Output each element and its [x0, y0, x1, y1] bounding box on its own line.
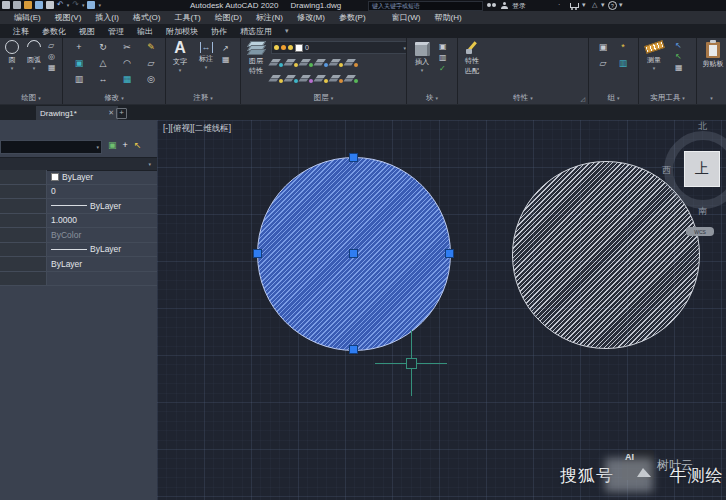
save-icon[interactable] — [2, 1, 10, 9]
layer-tool-icon[interactable] — [286, 58, 297, 66]
grip-west[interactable] — [253, 249, 262, 258]
attribute-check-icon[interactable]: ✓ — [439, 64, 447, 73]
viewcube[interactable]: 北 西 南 上 WCS — [662, 120, 726, 245]
paste-button[interactable]: 剪贴板 — [701, 42, 725, 69]
copy-icon[interactable]: ▣ — [67, 56, 91, 72]
select-all-icon[interactable]: ↖ — [675, 52, 683, 61]
quick-select-icon[interactable]: ↖ — [134, 140, 142, 150]
property-row-color[interactable]: ByLayer — [0, 170, 157, 185]
layer-tool-icon[interactable] — [271, 74, 282, 82]
ungroup-icon[interactable]: ▱ — [593, 56, 613, 72]
layer-tool-icon[interactable] — [346, 74, 357, 82]
viewport-controls[interactable]: [-][俯视][二维线框] — [163, 123, 231, 135]
layer-tool-icon[interactable] — [331, 74, 342, 82]
move-icon[interactable]: + — [67, 40, 91, 56]
qat-dropdown-icon[interactable]: ▾ — [98, 2, 101, 8]
menu-item-insert[interactable]: 插入(I) — [95, 12, 119, 23]
select-objects-icon[interactable]: + — [123, 140, 128, 150]
property-row-layer[interactable]: 0 — [0, 185, 157, 200]
search-binoculars-icon[interactable] — [487, 3, 491, 7]
tab-close-icon[interactable]: ✕ — [108, 109, 114, 117]
help-icon[interactable]: ? — [608, 1, 617, 10]
property-row-transparency[interactable]: ByLayer — [0, 257, 157, 272]
layer-select-combo[interactable]: 0 ▾ — [271, 41, 409, 54]
object-type-select[interactable]: ▾ — [0, 140, 102, 154]
panel-label-clipboard[interactable]: ▾ — [697, 92, 726, 104]
ribbon-options-icon[interactable]: ▾ — [285, 27, 289, 35]
property-row-lineweight[interactable]: ByLayer — [0, 243, 157, 258]
menu-item-window[interactable]: 窗口(W) — [392, 12, 421, 23]
redo-dropdown-icon[interactable]: ▾ — [82, 2, 85, 8]
layer-properties-button[interactable]: 图层 特性 — [243, 41, 269, 76]
viewcube-north[interactable]: 北 — [698, 120, 707, 133]
circle-button[interactable]: 圆 ▾ — [0, 40, 24, 71]
menu-item-modify[interactable]: 修改(M) — [297, 12, 325, 23]
mirror-icon[interactable]: △ — [91, 56, 115, 72]
alert-dropdown-icon[interactable]: ▾ — [601, 1, 605, 9]
open-folder-icon[interactable] — [24, 1, 32, 9]
create-block-icon[interactable]: ▣ — [439, 42, 447, 51]
table-icon[interactable]: ▦ — [222, 55, 230, 64]
drawing-tab[interactable]: Drawing1* ✕ — [36, 106, 118, 120]
undo-dropdown-icon[interactable]: ▾ — [67, 2, 70, 8]
trim-icon[interactable]: ✂ — [115, 40, 139, 56]
layer-tool-icon[interactable] — [316, 58, 327, 66]
offset-icon[interactable]: ◎ — [139, 72, 163, 88]
new-tab-button[interactable]: + — [116, 108, 127, 119]
menu-item-format[interactable]: 格式(O) — [133, 12, 161, 23]
layer-tool-icon[interactable] — [301, 74, 312, 82]
group-icon[interactable]: ▣ — [593, 40, 613, 56]
save-as-icon[interactable] — [13, 1, 21, 9]
menu-item-tools[interactable]: 工具(T) — [174, 12, 200, 23]
panel-label-layers[interactable]: 图层 ▾ — [241, 92, 406, 104]
property-row-linetype[interactable]: ByLayer — [0, 199, 157, 214]
erase-icon[interactable]: ✎ — [139, 40, 163, 56]
tab-output[interactable]: 输出 — [137, 26, 153, 37]
viewcube-top-face[interactable]: 上 — [684, 151, 720, 187]
menu-item-draw[interactable]: 绘图(D) — [215, 12, 242, 23]
layer-tool-icon[interactable] — [346, 58, 357, 66]
grip-east[interactable] — [445, 249, 454, 258]
calculator-icon[interactable]: ▦ — [675, 63, 683, 72]
layer-tool-icon[interactable] — [286, 74, 297, 82]
group-star-icon[interactable]: * — [613, 40, 633, 56]
panel-label-group[interactable]: 组 ▾ — [589, 92, 638, 104]
leader-icon[interactable]: ↗ — [222, 44, 230, 53]
panel-label-annotate[interactable]: 注释 ▾ — [166, 92, 240, 104]
insert-block-button[interactable]: 插入 ▾ — [410, 42, 434, 73]
menu-item-parametric[interactable]: 参数(P) — [339, 12, 366, 23]
menu-item-dimension[interactable]: 标注(N) — [256, 12, 283, 23]
layer-tool-icon[interactable] — [271, 58, 282, 66]
property-row-linetype-scale[interactable]: 1.0000 — [0, 214, 157, 229]
rotate-icon[interactable]: ↻ — [91, 40, 115, 56]
dimension-button[interactable]: ↔ 标注 ▾ — [194, 42, 218, 70]
app-store-cart-icon[interactable] — [570, 3, 579, 8]
cart-dropdown-icon[interactable]: ▾ — [582, 1, 586, 9]
panel-label-properties[interactable]: 特性 ▾ ◿ — [458, 92, 588, 104]
viewcube-west[interactable]: 西 — [662, 164, 671, 177]
stretch-icon[interactable]: ▥ — [67, 72, 91, 88]
text-button[interactable]: A 文字 ▾ — [168, 39, 192, 73]
rectangle-icon[interactable]: ▱ — [48, 41, 56, 50]
hatch-icon[interactable]: ▦ — [48, 63, 56, 72]
grip-north[interactable] — [349, 153, 358, 162]
plot-icon[interactable] — [35, 1, 43, 9]
menu-item-edit[interactable]: 编辑(E) — [14, 12, 41, 23]
dialog-launcher-icon[interactable]: ◿ — [580, 95, 585, 102]
model-canvas[interactable]: [-][俯视][二维线框] 北 西 南 上 WCS AI 树叶云 搜狐号 — [157, 120, 726, 500]
scale-icon[interactable]: ↔ — [91, 72, 115, 88]
grip-south[interactable] — [349, 345, 358, 354]
layer-tool-icon[interactable] — [301, 58, 312, 66]
tab-featured-apps[interactable]: 精选应用 — [240, 26, 272, 37]
redo-icon[interactable]: ↷ — [72, 1, 79, 9]
tab-parametric[interactable]: 参数化 — [42, 26, 66, 37]
tab-annotate[interactable]: 注释 — [13, 26, 29, 37]
tab-view[interactable]: 视图 — [79, 26, 95, 37]
panel-label-draw[interactable]: 绘图 ▾ — [0, 92, 62, 104]
grip-center[interactable] — [349, 249, 358, 258]
arc-button[interactable]: 圆弧 ▾ — [22, 40, 46, 71]
tab-addins[interactable]: 附加模块 — [166, 26, 198, 37]
tab-manage[interactable]: 管理 — [108, 26, 124, 37]
viewcube-south[interactable]: 南 — [698, 205, 707, 218]
panel-label-block[interactable]: 块 ▾ — [407, 92, 457, 104]
